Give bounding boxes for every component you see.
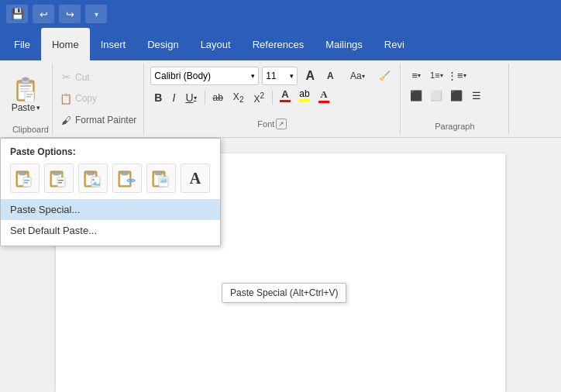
paste-button[interactable]: Paste ▾	[7, 73, 46, 115]
text-color-bar	[318, 101, 329, 103]
bold-label: B	[154, 91, 162, 104]
subscript-button[interactable]: X2	[229, 88, 248, 107]
svg-rect-15	[24, 182, 28, 184]
menu-home[interactable]: Home	[41, 28, 90, 60]
align-left-button[interactable]: ⬛	[407, 87, 425, 104]
font-size-buttons: A A	[301, 67, 339, 85]
case-label: Aa	[350, 70, 362, 81]
align-right-icon: ⬛	[450, 90, 463, 101]
svg-rect-5	[20, 88, 29, 90]
menu-insert[interactable]: Insert	[90, 28, 137, 60]
paste-keep-source[interactable]	[10, 163, 40, 193]
clipboard-subgroup: ✂ Cut 📋 Copy 🖌 Format Painter	[53, 64, 144, 134]
decrease-font-size-button[interactable]: A	[321, 67, 339, 85]
font-row-2: B I U ▾ ab X2 X2 A	[150, 88, 394, 107]
highlight-color-button[interactable]: ab	[296, 88, 313, 107]
format-painter-label: Format Painter	[75, 115, 136, 126]
bold-button[interactable]: B	[150, 88, 166, 107]
font-color-bar	[280, 100, 291, 102]
font-row-1: Calibri (Body) ▾ 11 ▾ A A Aa ▾ 🧹	[150, 67, 394, 85]
numbered-list-button[interactable]: 1≡ ▾	[427, 67, 446, 84]
paste-link[interactable]	[112, 163, 142, 193]
menu-references[interactable]: References	[242, 28, 315, 60]
menu-design[interactable]: Design	[136, 28, 189, 60]
separator-1	[205, 91, 205, 105]
font-name-value: Calibri (Body)	[154, 70, 211, 81]
font-color-button[interactable]: A	[277, 88, 294, 107]
justify-button[interactable]: ☰	[467, 87, 486, 104]
menu-mailings[interactable]: Mailings	[315, 28, 373, 60]
multilevel-list-button[interactable]: ⋮≡ ▾	[447, 67, 466, 84]
paste-icons-row: A	[1, 162, 220, 199]
redo-button[interactable]: ↪	[59, 5, 81, 23]
para-align-row: ⬛ ⬜ ⬛ ☰	[407, 87, 502, 104]
underline-label: U	[185, 91, 193, 104]
font-name-arrow: ▾	[251, 72, 255, 80]
text-color-icon: A	[320, 88, 327, 101]
copy-icon: 📋	[60, 92, 72, 105]
highlight-color-bar	[299, 99, 310, 101]
italic-button[interactable]: I	[168, 88, 179, 107]
superscript-button[interactable]: X2	[250, 88, 268, 107]
svg-rect-3	[23, 77, 28, 81]
svg-rect-8	[26, 94, 33, 95]
strikethrough-label: ab	[213, 92, 223, 103]
align-center-icon: ⬜	[430, 90, 442, 101]
superscript-label: X2	[253, 91, 264, 105]
paste-group: Paste ▾ Clipboard Paste Options:	[0, 64, 53, 134]
paste-special-menu-item[interactable]: Paste Special...	[1, 199, 220, 220]
svg-rect-9	[26, 96, 31, 98]
svg-rect-14	[24, 180, 29, 181]
font-group-label: Font ↗	[257, 119, 287, 131]
quick-access-dropdown[interactable]: ▾	[85, 5, 107, 23]
justify-icon: ☰	[472, 90, 481, 101]
font-color-icon: A	[281, 88, 288, 100]
paste-text-only[interactable]: A	[181, 163, 210, 193]
font-size-dropdown[interactable]: 11 ▾	[262, 67, 298, 85]
font-name-dropdown[interactable]: Calibri (Body) ▾	[150, 67, 259, 85]
numbered-list-icon: 1≡	[430, 70, 440, 80]
underline-button[interactable]: U ▾	[181, 88, 200, 107]
menu-review[interactable]: Revi	[373, 28, 415, 60]
clear-formatting-button[interactable]: 🧹	[375, 67, 394, 85]
undo-button[interactable]: ↩	[33, 5, 54, 23]
paste-icon	[12, 74, 40, 102]
bullet-list-button[interactable]: ≡ ▾	[407, 67, 425, 84]
svg-rect-12	[19, 171, 26, 175]
strikethrough-button[interactable]: ab	[209, 88, 227, 107]
paste-text-only-label: A	[190, 170, 201, 187]
font-size-value: 11	[266, 70, 276, 81]
separator-2	[272, 91, 273, 105]
font-group: Calibri (Body) ▾ 11 ▾ A A Aa ▾ 🧹 B	[144, 64, 401, 134]
menu-file[interactable]: File	[3, 28, 41, 60]
redo-icon: ↪	[66, 9, 74, 20]
paste-picture[interactable]	[78, 163, 108, 193]
change-case-button[interactable]: Aa ▾	[342, 67, 372, 85]
paste-image[interactable]	[146, 163, 176, 193]
font-expand-button[interactable]: ↗	[276, 119, 287, 129]
italic-label: I	[172, 91, 175, 104]
save-button[interactable]: 💾	[6, 5, 28, 23]
copy-label: Copy	[75, 93, 97, 104]
svg-rect-24	[88, 171, 94, 175]
set-default-paste-menu-item[interactable]: Set Default Paste...	[1, 220, 220, 241]
paragraph-group-footer: Paragraph	[407, 119, 502, 131]
subscript-label: X2	[233, 91, 244, 104]
numbered-list-arrow: ▾	[440, 72, 443, 79]
paragraph-group-label: Paragraph	[435, 122, 474, 131]
copy-button: 📋 Copy	[57, 91, 139, 106]
bullet-list-icon: ≡	[412, 70, 418, 81]
bullet-list-arrow: ▾	[418, 72, 421, 79]
undo-icon: ↩	[40, 9, 48, 20]
align-center-button[interactable]: ⬜	[427, 87, 446, 104]
paste-merge-formatting[interactable]	[44, 163, 74, 193]
underline-arrow: ▾	[194, 95, 197, 101]
menu-layout[interactable]: Layout	[190, 28, 242, 60]
increase-font-size-button[interactable]: A	[301, 67, 319, 85]
ribbon: Paste ▾ Clipboard Paste Options:	[0, 60, 561, 138]
format-painter-button[interactable]: 🖌 Format Painter	[57, 112, 139, 128]
text-highlight-button[interactable]: A	[315, 88, 332, 107]
highlight-icon: ab	[299, 88, 309, 99]
align-right-button[interactable]: ⬛	[447, 87, 466, 104]
paragraph-group: ≡ ▾ 1≡ ▾ ⋮≡ ▾ ⬛ ⬜ ⬛	[401, 64, 509, 134]
